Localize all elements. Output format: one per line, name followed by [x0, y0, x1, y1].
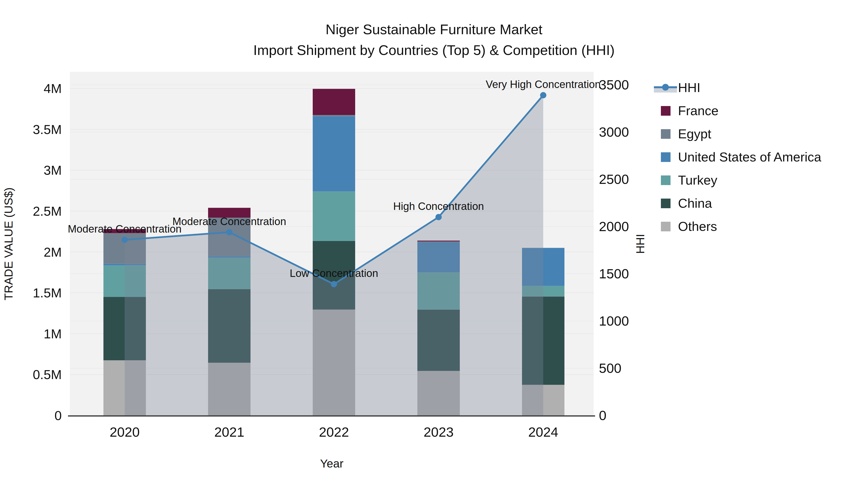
x-tick-2023: 2023 [424, 424, 454, 440]
legend-item-united-states-of-america[interactable]: United States of America [661, 150, 822, 164]
legend-swatch-icon [661, 222, 671, 231]
right-tick-2500: 2500 [599, 171, 629, 187]
left-tick-0.5M: 0.5M [33, 367, 62, 382]
legend-label: Egypt [678, 127, 711, 141]
right-tick-500: 500 [599, 360, 621, 376]
hhi-legend-marker-icon [662, 84, 669, 91]
legend-item-france[interactable]: France [661, 103, 718, 118]
legend-swatch-icon [661, 152, 671, 162]
annotation-2023: High Concentration [393, 200, 484, 212]
legend-label: United States of America [678, 150, 822, 164]
x-axis-title: Year [320, 457, 344, 470]
hhi-marker-2022[interactable] [331, 281, 337, 287]
chart-title-line2: Import Shipment by Countries (Top 5) & C… [253, 42, 615, 58]
annotation-2020: Moderate Concentration [68, 223, 182, 235]
x-tick-2024: 2024 [528, 424, 558, 440]
legend-label: HHI [678, 80, 701, 95]
chart-figure: Moderate ConcentrationModerate Concentra… [0, 0, 868, 488]
legend-label: France [678, 103, 718, 118]
legend-item-hhi[interactable]: HHI [654, 80, 701, 95]
left-tick-1.5M: 1.5M [33, 286, 62, 300]
legend-label: Others [678, 219, 717, 233]
right-tick-2000: 2000 [599, 219, 629, 234]
left-tick-1M: 1M [44, 327, 62, 341]
legend-item-china[interactable]: China [661, 196, 712, 210]
hhi-marker-2023[interactable] [435, 214, 442, 220]
x-tick-2022: 2022 [319, 424, 349, 440]
left-tick-3M: 3M [44, 163, 62, 177]
bar-segment-2022-france[interactable] [313, 89, 355, 115]
bar-segment-2022-united-states-of-america[interactable] [313, 116, 355, 191]
right-tick-1500: 1500 [599, 266, 629, 281]
right-tick-1000: 1000 [599, 313, 629, 328]
chart-title-line1: Niger Sustainable Furniture Market [326, 22, 542, 37]
right-tick-3500: 3500 [599, 77, 629, 92]
left-tick-4M: 4M [44, 81, 62, 96]
legend-item-egypt[interactable]: Egypt [661, 127, 711, 141]
hhi-marker-2024[interactable] [540, 92, 546, 98]
bar-segment-2022-egypt[interactable] [313, 115, 355, 116]
legend-label: Turkey [678, 173, 717, 187]
right-tick-3000: 3000 [599, 124, 629, 139]
hhi-marker-2021[interactable] [226, 229, 232, 235]
annotation-2021: Moderate Concentration [173, 216, 286, 227]
legend-swatch-icon [661, 199, 671, 208]
legend-item-others[interactable]: Others [661, 219, 717, 233]
bar-segment-2022-turkey[interactable] [313, 191, 355, 241]
x-tick-2020: 2020 [110, 424, 140, 440]
left-axis-title: TRADE VALUE (US$) [2, 188, 15, 300]
x-tick-2021: 2021 [214, 424, 245, 440]
right-axis-title: HHI [634, 234, 647, 254]
legend-swatch-icon [661, 106, 671, 116]
annotation-2024: Very High Concentration [486, 78, 601, 90]
legend-swatch-icon [661, 129, 671, 139]
hhi-marker-2020[interactable] [122, 237, 128, 243]
legend-label: China [678, 196, 712, 210]
left-tick-0: 0 [55, 408, 62, 423]
left-tick-2.5M: 2.5M [33, 204, 62, 218]
legend-item-turkey[interactable]: Turkey [661, 173, 717, 187]
chart-canvas: Moderate ConcentrationModerate Concentra… [0, 0, 868, 488]
right-tick-0: 0 [599, 408, 607, 423]
left-tick-3.5M: 3.5M [33, 122, 62, 137]
left-tick-2M: 2M [44, 245, 62, 259]
annotation-2022: Low Concentration [290, 267, 378, 279]
legend-swatch-icon [661, 175, 671, 185]
